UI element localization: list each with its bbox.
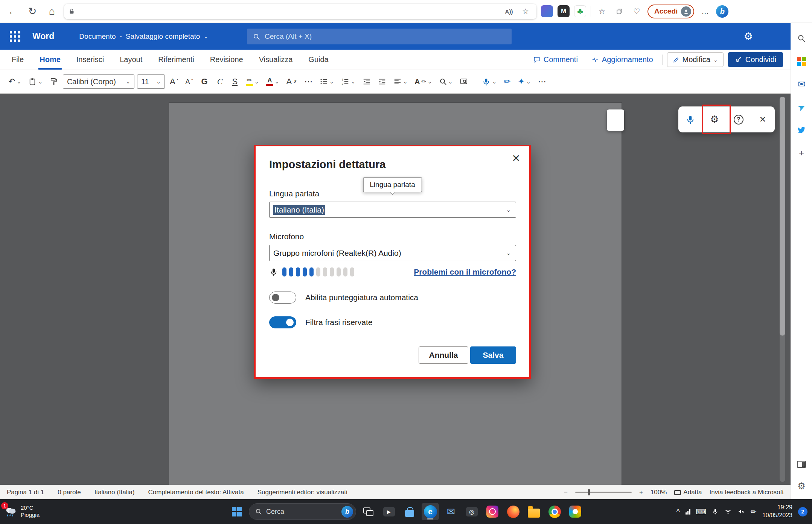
read-aloud-icon[interactable]: A)) [503, 5, 515, 18]
camera-app-icon[interactable]: ◎ [463, 503, 480, 520]
comments-button[interactable]: Commenti [529, 53, 582, 67]
numbering-button[interactable]: 12 ⌄ [339, 76, 358, 87]
font-name-select[interactable]: Calibri (Corpo)⌄ [63, 74, 134, 89]
format-painter-button[interactable] [47, 76, 60, 87]
shrink-font-button[interactable]: Aˇ [183, 76, 195, 87]
clock[interactable]: 19:29 10/05/2023 [762, 504, 792, 519]
lock-icon[interactable] [69, 8, 75, 15]
dictation-close-button[interactable]: ✕ [754, 111, 772, 129]
sidebar-twitter-icon[interactable] [795, 124, 808, 137]
sidebar-settings-icon[interactable]: ⚙ [795, 480, 808, 492]
italic-button[interactable]: C [214, 76, 226, 87]
sidebar-microsoft365-icon[interactable] [795, 55, 808, 68]
tab-layout[interactable]: Layout [112, 50, 150, 70]
search-input[interactable] [265, 32, 506, 41]
save-button[interactable]: Salva [470, 346, 516, 364]
document-language[interactable]: Italiano (Italia) [94, 489, 135, 496]
chrome-app-icon[interactable] [546, 503, 563, 520]
tab-revisione[interactable]: Revisione [202, 50, 251, 70]
notification-badge[interactable]: 2 [798, 507, 807, 516]
language-select[interactable]: Italiano (Italia) ⌄ [269, 202, 516, 218]
touch-keyboard-icon[interactable]: ⌨ [696, 507, 706, 516]
app-launcher-icon[interactable] [10, 31, 20, 42]
text-completion-status[interactable]: Completamento del testo: Attivata [148, 489, 244, 496]
share-button[interactable]: Condividi [728, 52, 783, 67]
zoom-level[interactable]: 100% [651, 489, 667, 496]
styles-button[interactable]: A✏ ⌄ [413, 76, 434, 87]
browser-essentials-icon[interactable]: ♡ [630, 5, 643, 18]
fit-page-button[interactable]: Adatta [674, 489, 702, 496]
volume-muted-icon[interactable] [737, 508, 745, 515]
editor-button[interactable]: ✏ [501, 75, 513, 88]
pen-tray-icon[interactable]: ✏ [751, 507, 757, 516]
back-button[interactable]: ← [5, 4, 20, 19]
updates-button[interactable]: Aggiornamento [587, 53, 658, 67]
instagram-app-icon[interactable] [484, 503, 501, 520]
weather-widget[interactable]: 1 20°C Pioggia [4, 504, 40, 519]
edge-app-icon[interactable]: e [422, 503, 439, 520]
microphone-select[interactable]: Gruppo microfoni (Realtek(R) Audio) ⌄ [269, 245, 516, 261]
tray-microphone-icon[interactable] [712, 508, 719, 515]
bullets-button[interactable]: ⌄ [317, 76, 336, 87]
paste-button[interactable]: ⌄ [26, 76, 45, 87]
hidden-icons-button[interactable]: ^ [676, 507, 680, 516]
scrollbar-thumb[interactable] [780, 97, 785, 336]
font-size-select[interactable]: 11⌄ [137, 74, 165, 89]
tab-riferimenti[interactable]: Riferimenti [150, 50, 202, 70]
sidebar-outlook-icon[interactable]: ✉ [795, 78, 808, 91]
extension-icon-2[interactable]: M [558, 5, 570, 17]
save-status[interactable]: Salvataggio completato [126, 32, 200, 41]
app-name[interactable]: Word [32, 31, 54, 41]
tab-home[interactable]: Home [32, 50, 69, 70]
auto-punctuation-toggle[interactable] [269, 292, 296, 304]
add-favorite-icon[interactable]: ☆ [519, 5, 532, 18]
address-bar[interactable]: A)) ☆ [64, 4, 536, 19]
feedback-link[interactable]: Invia feedback a Microsoft [710, 489, 784, 496]
dictate-button[interactable]: ⌄ [480, 76, 499, 88]
bing-sidebar-icon[interactable]: b [716, 5, 728, 18]
find-button[interactable]: ⌄ [437, 76, 455, 87]
movies-app-icon[interactable]: ▶ [380, 503, 398, 520]
tab-file[interactable]: File [4, 50, 32, 70]
wifi-icon[interactable] [724, 508, 732, 515]
dialog-close-icon[interactable]: ✕ [510, 151, 522, 166]
cancel-button[interactable]: Annulla [419, 346, 468, 364]
increase-indent-button[interactable] [376, 76, 388, 87]
underline-button[interactable]: S [229, 76, 241, 87]
zoom-in-button[interactable]: + [639, 489, 643, 496]
tab-visualizza[interactable]: Visualizza [251, 50, 301, 70]
decrease-indent-button[interactable] [360, 76, 373, 87]
file-explorer-app-icon[interactable] [525, 503, 542, 520]
vertical-scrollbar[interactable] [780, 97, 785, 482]
editor-hints-status[interactable]: Suggerimenti editor: visualizzati [257, 489, 347, 496]
immersive-reader-button[interactable] [457, 76, 470, 87]
browser-menu-icon[interactable]: … [699, 5, 711, 18]
task-view-button[interactable] [360, 503, 377, 520]
editing-mode-button[interactable]: Modifica ⌄ [667, 52, 724, 67]
store-app-icon[interactable] [401, 503, 418, 520]
more-font-options-button[interactable]: ⋯ [302, 75, 315, 88]
tab-inserisci[interactable]: Inserisci [69, 50, 112, 70]
photos-app-icon[interactable] [567, 503, 584, 520]
signin-button[interactable]: Accedi [647, 5, 694, 18]
extension-icon-1[interactable] [541, 5, 553, 17]
dictation-settings-button[interactable]: ⚙ [705, 111, 724, 129]
sidebar-add-icon[interactable]: + [795, 147, 808, 159]
header-settings-icon[interactable]: ⚙ [744, 23, 753, 50]
sidebar-panel-icon[interactable] [795, 458, 808, 471]
chevron-down-icon[interactable]: ⌄ [204, 33, 208, 39]
extension-icon-3[interactable]: ♣ [574, 5, 586, 17]
bold-button[interactable]: G [198, 76, 211, 87]
grow-font-button[interactable]: Aˆ [168, 75, 181, 88]
refresh-button[interactable]: ↻ [25, 4, 40, 19]
collections-icon[interactable] [613, 5, 626, 18]
search-box[interactable] [247, 29, 512, 44]
zoom-out-button[interactable]: − [564, 489, 568, 496]
taskbar-search[interactable]: Cerca b [249, 503, 356, 520]
document-name[interactable]: Documento [79, 32, 116, 41]
start-button[interactable] [228, 503, 245, 520]
mail-app-icon[interactable]: ✉ [442, 503, 460, 520]
performance-icon[interactable] [686, 509, 690, 515]
dictation-mic-button[interactable] [681, 111, 699, 129]
page-count[interactable]: Pagina 1 di 1 [7, 489, 44, 496]
